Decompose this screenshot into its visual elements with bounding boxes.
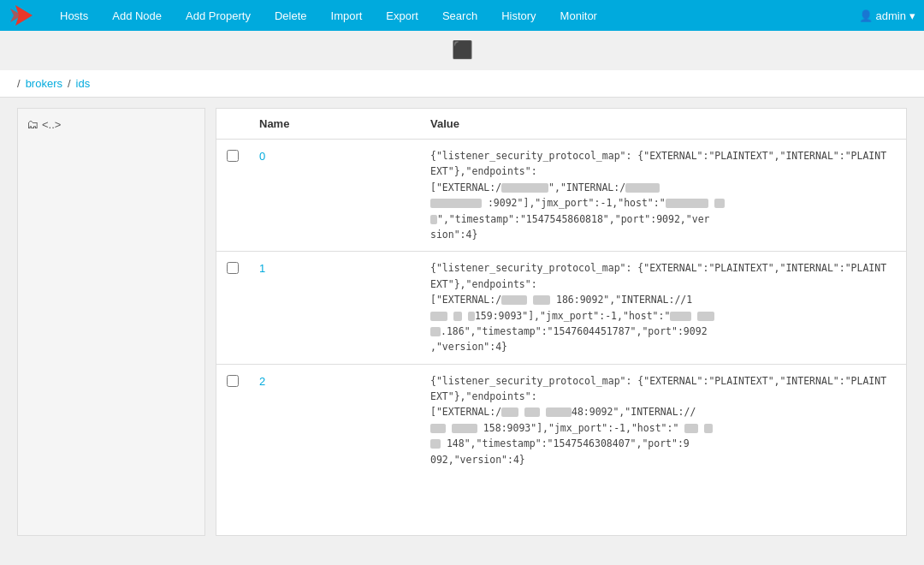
col-value: Value (420, 109, 906, 140)
nav-items: Hosts Add Node Add Property Delete Impor… (48, 0, 859, 31)
user-label: admin (876, 9, 906, 22)
data-table: Name Value 0{"listener_security_protocol… (216, 109, 906, 476)
table-row: 0{"listener_security_protocol_map": {"EX… (216, 140, 906, 252)
row-checkbox-cell (216, 364, 249, 476)
left-sidebar: 🗂 <..> (17, 108, 205, 536)
sidebar-node[interactable]: 🗂 <..> (27, 117, 196, 131)
row-id-link-2[interactable]: 2 (259, 375, 265, 388)
chevron-down-icon: ▾ (909, 9, 915, 22)
nav-item-import[interactable]: Import (319, 0, 375, 31)
breadcrumb-sep1: / (17, 77, 21, 90)
navbar: Hosts Add Node Add Property Delete Impor… (0, 0, 924, 31)
row-checkbox-2[interactable] (227, 375, 239, 387)
logo (9, 3, 39, 27)
row-value-cell-1: {"listener_security_protocol_map": {"EXT… (420, 252, 906, 364)
breadcrumb-sep2: / (68, 77, 71, 90)
row-id-cell-0: 0 (249, 140, 420, 252)
row-id-link-1[interactable]: 1 (259, 262, 265, 275)
table-row: 1{"listener_security_protocol_map": {"EX… (216, 252, 906, 364)
user-menu[interactable]: 👤 admin ▾ (859, 9, 915, 22)
nav-item-delete[interactable]: Delete (263, 0, 319, 31)
folder-icon: 🗂 (27, 117, 38, 131)
row-id-cell-1: 1 (249, 252, 420, 364)
table-row: 2{"listener_security_protocol_map": {"EX… (216, 364, 906, 476)
nav-item-search[interactable]: Search (430, 0, 489, 31)
breadcrumb-item-brokers[interactable]: brokers (26, 77, 62, 90)
col-checkbox (216, 109, 249, 140)
row-value-cell-2: {"listener_security_protocol_map": {"EXT… (420, 364, 906, 476)
row-value-cell-0: {"listener_security_protocol_map": {"EXT… (420, 140, 906, 252)
col-name: Name (249, 109, 420, 140)
nav-item-add-property[interactable]: Add Property (174, 0, 263, 31)
user-icon: 👤 (859, 9, 873, 22)
row-id-link-0[interactable]: 0 (259, 150, 265, 163)
upload-icon: ⬛ (452, 39, 473, 60)
data-table-container: Name Value 0{"listener_security_protocol… (216, 108, 907, 536)
breadcrumb-item-ids[interactable]: ids (76, 77, 91, 90)
nav-item-hosts[interactable]: Hosts (48, 0, 100, 31)
breadcrumb: / brokers / ids (0, 70, 924, 98)
nav-item-export[interactable]: Export (374, 0, 430, 31)
nav-item-add-node[interactable]: Add Node (100, 0, 174, 31)
row-checkbox-cell (216, 252, 249, 364)
row-id-cell-2: 2 (249, 364, 420, 476)
upload-area: ⬛ (0, 31, 924, 63)
main-content: 🗂 <..> Name Value 0{"listener_security_p… (17, 108, 907, 536)
row-checkbox-1[interactable] (227, 262, 239, 274)
sidebar-node-label: <..> (42, 118, 61, 131)
row-checkbox-cell (216, 140, 249, 252)
table-header-row: Name Value (216, 109, 906, 140)
nav-item-monitor[interactable]: Monitor (548, 0, 609, 31)
row-checkbox-0[interactable] (227, 150, 239, 162)
nav-item-history[interactable]: History (489, 0, 548, 31)
